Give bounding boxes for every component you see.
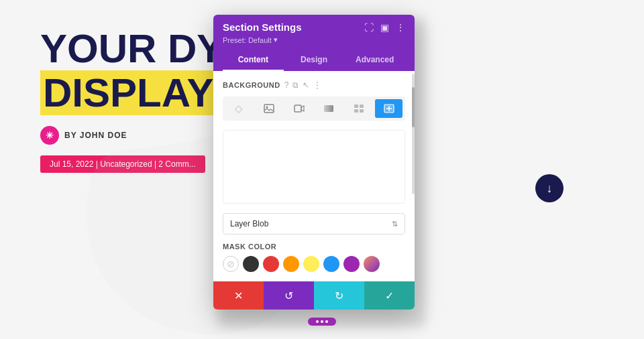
down-arrow-button[interactable]: ↓ <box>535 174 564 202</box>
tab-design[interactable]: Design <box>284 50 345 71</box>
color-black-swatch[interactable] <box>243 256 259 272</box>
modal-title: Section Settings <box>223 21 302 33</box>
dot3 <box>325 320 328 323</box>
pattern-icon <box>354 104 364 113</box>
color-yellow-swatch[interactable] <box>303 256 319 272</box>
section-settings-modal: Section Settings ⛶ ▣ ⋮ Preset: Default ▾… <box>213 15 415 310</box>
mask-color-label: Mask Color <box>223 243 405 251</box>
mask-icon <box>384 104 394 113</box>
modal-footer: ✕ ↺ ↻ ✓ <box>213 281 415 310</box>
redo-button[interactable]: ↻ <box>314 281 364 310</box>
color-orange-swatch[interactable] <box>283 256 299 272</box>
bg-type-row: ◇ <box>223 96 405 121</box>
svg-rect-0 <box>264 105 274 113</box>
color-red-swatch[interactable] <box>263 256 279 272</box>
layer-blob-select[interactable]: Layer Blob ⇅ <box>223 213 405 234</box>
svg-rect-5 <box>360 105 364 108</box>
save-icon: ✓ <box>385 289 394 302</box>
svg-rect-4 <box>354 105 358 108</box>
svg-rect-6 <box>354 109 358 113</box>
svg-rect-2 <box>294 105 301 112</box>
color-purple-swatch[interactable] <box>343 256 360 272</box>
color-gradient-swatch[interactable] <box>364 256 380 272</box>
down-arrow-icon: ↓ <box>547 182 553 196</box>
image-icon <box>264 104 274 113</box>
preset-chevron: ▾ <box>274 36 278 44</box>
copy-icon[interactable]: ⧉ <box>292 80 299 90</box>
tab-content[interactable]: Content <box>223 50 284 71</box>
gradient-icon <box>323 104 334 113</box>
dot1 <box>316 320 319 323</box>
cursor-icon[interactable]: ↖ <box>303 80 309 90</box>
modal-scrollbar-thumb <box>412 87 415 127</box>
svg-point-1 <box>266 107 268 109</box>
bg-image-btn[interactable] <box>256 99 283 118</box>
undo-icon: ↺ <box>284 289 293 302</box>
modal-tabs: Content Design Advanced <box>223 50 405 71</box>
tab-advanced[interactable]: Advanced <box>344 50 405 71</box>
preset-label: Preset: Default <box>223 36 272 44</box>
modal-title-icons: ⛶ ▣ ⋮ <box>364 22 405 33</box>
more-options-button[interactable] <box>308 318 336 326</box>
bg-video-btn[interactable] <box>285 99 313 118</box>
undo-button[interactable]: ↺ <box>264 281 314 310</box>
bg-pattern-btn[interactable] <box>345 99 373 118</box>
fullscreen-icon[interactable]: ⛶ <box>364 22 374 33</box>
bg-mask-btn[interactable] <box>375 99 402 118</box>
bg-gradient-btn[interactable] <box>315 99 343 118</box>
help-icon[interactable]: ? <box>284 80 289 90</box>
modal-header: Section Settings ⛶ ▣ ⋮ Preset: Default ▾… <box>213 15 415 71</box>
modal-body: Background ? ⧉ ↖ ⋮ ◇ <box>213 71 415 281</box>
cancel-button[interactable]: ✕ <box>213 281 264 310</box>
cancel-icon: ✕ <box>234 289 243 302</box>
dot2 <box>321 320 323 323</box>
author-icon: ✳ <box>40 126 59 145</box>
modal-scrollbar[interactable] <box>412 74 415 194</box>
background-label-row: Background ? ⧉ ↖ ⋮ <box>223 80 405 90</box>
svg-rect-3 <box>324 105 333 112</box>
background-label: Background <box>223 81 280 89</box>
canvas-area <box>223 130 405 204</box>
color-swatches: ⊘ <box>223 256 405 272</box>
color-none-swatch[interactable]: ⊘ <box>223 256 239 272</box>
redo-icon: ↻ <box>335 289 343 302</box>
modal-preset[interactable]: Preset: Default ▾ <box>223 36 405 44</box>
save-button[interactable]: ✓ <box>364 281 415 310</box>
color-blue-swatch[interactable] <box>323 256 339 272</box>
modal-title-row: Section Settings ⛶ ▣ ⋮ <box>223 21 405 33</box>
bg-none-btn[interactable]: ◇ <box>225 99 253 118</box>
settings-icon[interactable]: ▣ <box>380 22 389 33</box>
video-icon <box>294 104 305 113</box>
layer-blob-select-row: Layer Blob ⇅ <box>223 213 405 234</box>
svg-rect-7 <box>360 109 364 113</box>
select-arrow-icon: ⇅ <box>392 220 398 228</box>
more-icon[interactable]: ⋮ <box>396 22 405 33</box>
layer-blob-label: Layer Blob <box>230 219 268 228</box>
dots-icon[interactable]: ⋮ <box>313 80 321 90</box>
